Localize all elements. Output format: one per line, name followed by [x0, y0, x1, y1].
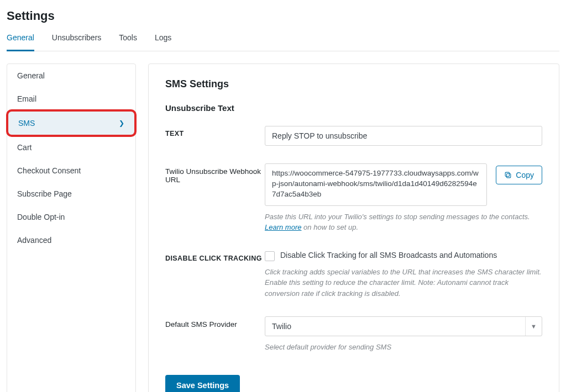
sidebar-item-label: Email	[17, 94, 36, 103]
sidebar-item-double-opt-in[interactable]: Double Opt-in	[7, 205, 135, 229]
sms-settings-panel: SMS Settings Unsubscribe Text TEXT Twili…	[148, 63, 559, 392]
sidebar-item-subscribe-page[interactable]: Subscribe Page	[7, 182, 135, 205]
disable-tracking-label: DISABLE CLICK TRACKING	[165, 251, 265, 262]
webhook-help-text: Paste this URL into your Twilio's settin…	[265, 211, 542, 233]
sidebar-item-email[interactable]: Email	[7, 87, 135, 110]
sidebar-item-label: SMS	[18, 119, 35, 128]
sidebar-item-cart[interactable]: Cart	[7, 136, 135, 159]
text-field-label: TEXT	[165, 126, 265, 137]
sidebar-item-general[interactable]: General	[7, 64, 135, 87]
save-settings-button[interactable]: Save Settings	[165, 375, 240, 392]
chevron-right-icon: ❯	[119, 119, 124, 127]
sidebar-item-label: Cart	[17, 143, 32, 152]
sidebar-item-sms[interactable]: SMS ❯	[6, 109, 137, 137]
copy-button-label: Copy	[516, 171, 534, 179]
webhook-url-box[interactable]: https://woocommerce-547975-1977733.cloud…	[265, 163, 487, 206]
disable-tracking-checkbox-label: Disable Click Tracking for all SMS Broad…	[280, 251, 497, 259]
sidebar-item-label: Checkout Consent	[17, 166, 81, 175]
provider-label: Default SMS Provider	[165, 316, 265, 329]
webhook-label: Twilio Unsubscribe Webhook URL	[165, 163, 265, 184]
tab-tools[interactable]: Tools	[119, 33, 137, 51]
default-sms-provider-select[interactable]: Twilio ▼	[265, 316, 542, 336]
page-title: Settings	[7, 9, 559, 23]
sidebar-item-checkout-consent[interactable]: Checkout Consent	[7, 159, 135, 182]
sidebar-item-label: Double Opt-in	[17, 213, 65, 221]
copy-button[interactable]: Copy	[496, 166, 542, 184]
sidebar-item-label: General	[17, 71, 45, 80]
disable-tracking-help: Click tracking adds special variables to…	[265, 267, 542, 299]
sidebar-item-label: Subscribe Page	[17, 189, 72, 198]
panel-subtitle: Unsubscribe Text	[165, 103, 542, 113]
disable-tracking-checkbox[interactable]	[265, 251, 275, 261]
provider-help: Select default provider for sending SMS	[265, 342, 542, 353]
chevron-down-icon: ▼	[525, 317, 542, 336]
tab-general[interactable]: General	[7, 33, 34, 51]
sidebar-item-label: Advanced	[17, 236, 51, 245]
settings-sidebar: General Email SMS ❯ Cart Checkout Consen…	[7, 63, 136, 392]
svg-rect-1	[506, 172, 510, 176]
sidebar-item-advanced[interactable]: Advanced	[7, 229, 135, 252]
copy-icon	[504, 171, 512, 179]
learn-more-link[interactable]: Learn more	[265, 223, 301, 231]
tab-unsubscribers[interactable]: Unsubscribers	[52, 33, 101, 51]
unsubscribe-text-input[interactable]	[265, 126, 542, 146]
svg-rect-0	[507, 174, 511, 178]
select-value: Twilio	[272, 322, 291, 331]
panel-title: SMS Settings	[165, 78, 542, 90]
top-tabs: General Unsubscribers Tools Logs	[7, 33, 559, 51]
tab-logs[interactable]: Logs	[155, 33, 171, 51]
